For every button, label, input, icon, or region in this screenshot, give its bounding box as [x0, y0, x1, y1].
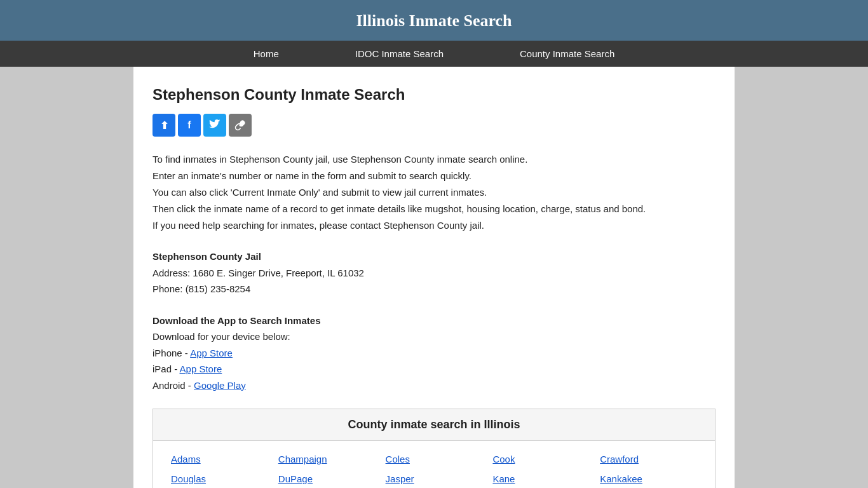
desc-line-2: Enter an inmate's number or name in the …: [153, 168, 715, 184]
county-link-cook[interactable]: Cook: [487, 451, 595, 467]
share-buttons: ⬆ f: [153, 114, 715, 137]
app-ipad-line: iPad - App Store: [153, 361, 715, 377]
county-link-dupage[interactable]: DuPage: [273, 471, 381, 487]
county-section: County inmate search in Illinois AdamsCh…: [153, 409, 715, 488]
jail-phone: Phone: (815) 235-8254: [153, 281, 715, 297]
page-heading: Stephenson County Inmate Search: [153, 86, 715, 104]
county-link-crawford[interactable]: Crawford: [595, 451, 702, 467]
desc-line-4: Then click the inmate name of a record t…: [153, 201, 715, 217]
app-ipad-label: iPad -: [153, 363, 180, 374]
share-button-facebook[interactable]: f: [178, 114, 201, 137]
share-button-share[interactable]: ⬆: [153, 114, 175, 137]
desc-line-1: To find inmates in Stephenson County jai…: [153, 152, 715, 167]
nav-idoc[interactable]: IDOC Inmate Search: [317, 41, 482, 67]
site-title: Illinois Inmate Search: [0, 11, 868, 30]
description: To find inmates in Stephenson County jai…: [153, 152, 715, 233]
app-download-subtitle: Download for your device below:: [153, 329, 715, 345]
county-link-kane[interactable]: Kane: [487, 471, 595, 487]
share-button-twitter[interactable]: [203, 114, 226, 137]
site-header: Illinois Inmate Search: [0, 0, 868, 41]
main-content: Stephenson County Inmate Search ⬆ f To f…: [133, 67, 735, 488]
google-play-link[interactable]: Google Play: [194, 380, 246, 391]
county-link-coles[interactable]: Coles: [381, 451, 488, 467]
county-section-heading: County inmate search in Illinois: [153, 409, 715, 441]
desc-line-3: You can also click 'Current Inmate Only'…: [153, 185, 715, 200]
app-iphone-line: iPhone - App Store: [153, 345, 715, 362]
app-store-iphone-link[interactable]: App Store: [190, 348, 233, 358]
county-grid: AdamsChampaignColesCookCrawfordDouglasDu…: [153, 441, 715, 488]
app-store-ipad-link[interactable]: App Store: [180, 363, 222, 374]
app-wrapper: Illinois Inmate Search Home IDOC Inmate …: [0, 0, 868, 488]
share-button-link[interactable]: [229, 114, 252, 137]
app-android-label: Android -: [153, 380, 194, 391]
jail-title: Stephenson County Jail: [153, 248, 715, 265]
jail-address: Address: 1680 E. Singer Drive, Freeport,…: [153, 265, 715, 281]
county-link-kankakee[interactable]: Kankakee: [595, 471, 702, 487]
county-link-adams[interactable]: Adams: [166, 451, 273, 467]
jail-info: Stephenson County Jail Address: 1680 E. …: [153, 248, 715, 297]
desc-line-5: If you need help searching for inmates, …: [153, 218, 715, 233]
county-link-jasper[interactable]: Jasper: [381, 471, 488, 487]
main-nav: Home IDOC Inmate Search County Inmate Se…: [0, 41, 868, 67]
app-download-title: Download the App to Search Inmates: [153, 313, 715, 329]
app-download: Download the App to Search Inmates Downl…: [153, 313, 715, 394]
nav-home[interactable]: Home: [215, 41, 317, 67]
county-link-douglas[interactable]: Douglas: [166, 471, 273, 487]
county-link-champaign[interactable]: Champaign: [273, 451, 381, 467]
app-iphone-label: iPhone -: [153, 348, 190, 358]
nav-county-search[interactable]: County Inmate Search: [482, 41, 653, 67]
app-android-line: Android - Google Play: [153, 377, 715, 394]
